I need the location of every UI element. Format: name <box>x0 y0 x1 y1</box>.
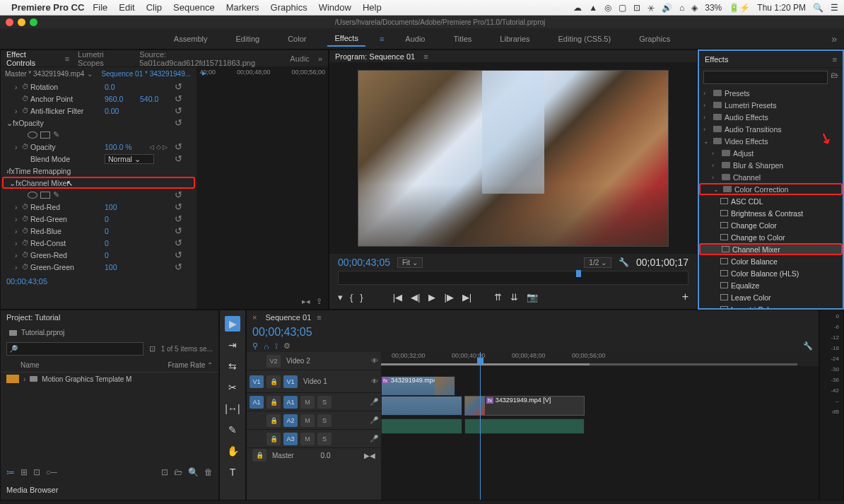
trash-icon[interactable]: 🗑 <box>204 467 213 477</box>
folder-blur[interactable]: ›Blur & Sharpen <box>699 159 843 171</box>
reset-icon[interactable]: ↺ <box>175 105 182 116</box>
solo-button[interactable]: S <box>317 414 332 427</box>
project-item[interactable]: › Motion Graphics Template M <box>1 373 218 385</box>
snap-icon[interactable]: ⚲ <box>252 341 258 351</box>
rect-mask-icon[interactable] <box>40 192 50 199</box>
folder-color-correction[interactable]: ⌄Color Correction <box>699 183 843 195</box>
tab-source[interactable]: Source: 5a01cad9cad612fd15711863.png <box>139 50 281 67</box>
project-search-input[interactable] <box>6 342 143 356</box>
anchor-x[interactable]: 960.0 <box>105 95 140 103</box>
wrench-icon[interactable]: 🔧 <box>803 341 813 351</box>
panel-menu-icon[interactable]: ≡ <box>317 313 321 322</box>
circle-icon[interactable]: ◎ <box>604 3 611 13</box>
new-item-icon[interactable]: ⊡ <box>161 467 168 477</box>
track-v1-header[interactable]: V1 🔒 V1 Video 1 👁 <box>247 370 381 393</box>
workspace-effects[interactable]: Effects <box>327 31 365 47</box>
step-forward-icon[interactable]: |▶ <box>444 292 453 303</box>
redgreen-value[interactable]: 0 <box>105 215 140 223</box>
battery-icon[interactable]: 🔋⚡ <box>729 3 750 13</box>
column-framerate[interactable]: Frame Rate ⌃ <box>168 361 213 369</box>
effect-leave-color[interactable]: Leave Color <box>699 291 843 303</box>
redred-value[interactable]: 100 <box>105 203 140 211</box>
stopwatch-icon[interactable]: ⏱ <box>22 263 30 271</box>
ellipse-mask-icon[interactable] <box>28 131 37 139</box>
chevron-right-icon[interactable]: › <box>15 83 22 91</box>
close-icon[interactable]: × <box>252 313 257 322</box>
fx-badge[interactable]: fx <box>13 119 18 127</box>
track-v2-header[interactable]: V2 Video 2 👁 <box>247 352 381 370</box>
redconst-value[interactable]: 0 <box>105 239 140 247</box>
hand-tool[interactable]: ✋ <box>225 443 240 459</box>
lift-icon[interactable]: ⇈ <box>494 292 502 303</box>
chevron-right-icon[interactable]: › <box>15 215 22 223</box>
v2-toggle[interactable]: V2 <box>266 355 281 368</box>
workspace-libraries[interactable]: Libraries <box>493 32 537 46</box>
workspace-assembly[interactable]: Assembly <box>167 32 215 46</box>
flicker-value[interactable]: 0.00 <box>105 107 140 115</box>
timeline-timecode[interactable]: 00;00;43;05 <box>252 326 312 339</box>
effect-controls-timeline[interactable]: ▸ 40;00 00;00;48;00 00;00;56;00 ▸◂ ⇪ <box>197 67 328 309</box>
eye-icon[interactable]: 👁 <box>371 357 378 365</box>
effect-equalize[interactable]: Equalize <box>699 279 843 291</box>
stopwatch-icon[interactable]: ⏱ <box>22 227 30 235</box>
stopwatch-icon[interactable]: ⏱ <box>22 239 30 247</box>
menu-window[interactable]: Window <box>319 2 351 13</box>
program-title[interactable]: Program: Sequence 01 <box>335 52 415 61</box>
project-list[interactable]: › Motion Graphics Template M <box>1 373 218 464</box>
solo-button[interactable]: S <box>317 433 332 445</box>
timeline-content[interactable]: 00;00;32;00 00;00;40;00 00;00;48;00 00;0… <box>381 352 819 500</box>
workspace-color[interactable]: Color <box>281 32 313 46</box>
tab-lumetri-scopes[interactable]: Lumetri Scopes <box>78 50 131 67</box>
go-to-in-icon[interactable]: |◀ <box>393 292 402 303</box>
display-icon[interactable]: ▢ <box>619 3 626 13</box>
mute-button[interactable]: M <box>300 396 315 409</box>
marker-tl-icon[interactable]: ⟟ <box>275 341 278 351</box>
play-only-icon[interactable]: ▸◂ <box>302 297 310 306</box>
keyframe-icon[interactable]: ▶◀ <box>364 452 375 459</box>
stopwatch-icon[interactable]: ⏱ <box>22 251 30 259</box>
effect-change-to-color[interactable]: Change to Color <box>699 231 843 243</box>
project-title[interactable]: Project: Tutorial <box>1 310 218 326</box>
anchor-y[interactable]: 540.0 <box>140 95 158 103</box>
timeline-playhead[interactable] <box>480 352 481 500</box>
new-bin-icon[interactable]: 🗁 <box>831 71 838 84</box>
folder-adjust[interactable]: ›Adjust <box>699 147 843 159</box>
effect-brightness[interactable]: Brightness & Contrast <box>699 207 843 219</box>
slip-tool[interactable]: |↔| <box>225 401 240 416</box>
export-icon[interactable]: ⇪ <box>316 297 322 306</box>
column-name[interactable]: Name <box>20 361 40 369</box>
marker-icon[interactable]: ▾ <box>338 292 343 303</box>
workspace-graphics[interactable]: Graphics <box>632 32 677 46</box>
stopwatch-icon[interactable]: ⏱ <box>22 143 30 151</box>
lock-icon[interactable]: 🔒 <box>266 375 281 388</box>
clip-a1-b[interactable] <box>464 418 585 434</box>
chevron-right-icon[interactable]: › <box>15 143 22 151</box>
mic-icon[interactable]: 🎤 <box>370 398 378 406</box>
settings-icon[interactable]: ⚙ <box>283 341 291 351</box>
bluetooth-icon[interactable]: ⚹ <box>647 3 655 13</box>
reset-icon[interactable]: ↺ <box>175 117 182 128</box>
export-frame-icon[interactable]: 📷 <box>527 292 538 303</box>
chevron-right-icon[interactable]: › <box>23 375 25 383</box>
effect-asc-cdl[interactable]: ASC CDL <box>699 195 843 207</box>
effect-color-balance-hls[interactable]: Color Balance (HLS) <box>699 267 843 279</box>
mic-icon[interactable]: 🎤 <box>370 435 378 443</box>
solo-button[interactable]: S <box>317 396 332 409</box>
greenred-value[interactable]: 0 <box>105 251 140 259</box>
menu-file[interactable]: File <box>93 2 107 13</box>
fit-dropdown[interactable]: Fit ⌄ <box>397 257 423 268</box>
app-name[interactable]: Premiere Pro CC <box>11 2 84 13</box>
icon-view-icon[interactable]: ⊞ <box>20 467 28 477</box>
clip-v1-b[interactable]: fx 343291949.mp4 [V] <box>464 396 585 416</box>
volume-icon[interactable]: 🔊 <box>662 3 672 13</box>
master-clip[interactable]: Master * 343291949.mp4 <box>5 70 84 78</box>
link-icon[interactable]: ∩ <box>264 342 269 351</box>
resolution-dropdown[interactable]: 1/2 ⌄ <box>584 257 611 268</box>
mute-button[interactable]: M <box>300 433 315 445</box>
effect-lumetri-color[interactable]: Lumetri Color <box>699 303 843 308</box>
freeform-icon[interactable]: ⊡ <box>33 467 40 477</box>
reset-icon[interactable]: ↺ <box>175 189 182 200</box>
stopwatch-icon[interactable]: ⏱ <box>22 83 30 90</box>
effect-channel-mixer[interactable]: Channel Mixer <box>699 243 843 255</box>
folder-audio-effects[interactable]: ›Audio Effects <box>699 111 843 123</box>
